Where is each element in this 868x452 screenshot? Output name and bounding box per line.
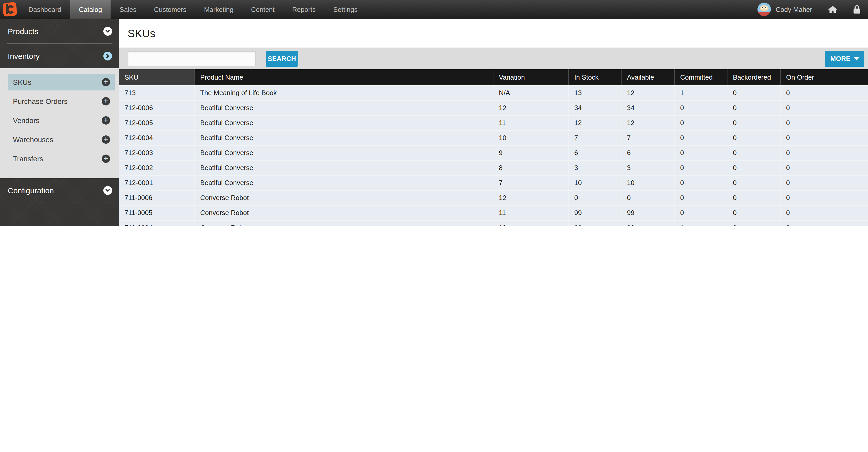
table-row[interactable]: 712-0001Beatiful Converse71010000: [119, 175, 868, 190]
cell-in-stock: 3: [568, 160, 621, 175]
nav-item-sales[interactable]: Sales: [111, 0, 145, 19]
home-icon[interactable]: [828, 5, 837, 13]
nav-item-content[interactable]: Content: [242, 0, 283, 19]
cell-in-stock: 0: [568, 190, 621, 205]
sidebar-section-configuration[interactable]: Configuration: [0, 178, 119, 203]
nav-item-dashboard[interactable]: Dashboard: [20, 0, 70, 19]
app-root: DashboardCatalogSalesCustomersMarketingC…: [0, 0, 868, 226]
cell-product-name: Beatiful Converse: [194, 130, 493, 145]
table-row[interactable]: 712-0004Beatiful Converse1077000: [119, 130, 868, 145]
table-row[interactable]: 713The Meaning of Life BookN/A1312100: [119, 85, 868, 100]
nav-right: Cody Maher: [757, 0, 868, 19]
cell-variation: 8: [493, 160, 568, 175]
cell-available: 7: [621, 130, 674, 145]
cell-sku: 712-0001: [119, 175, 194, 190]
cell-variation: 12: [493, 100, 568, 115]
column-header-available[interactable]: Available: [621, 69, 674, 85]
more-button-label: MORE: [830, 55, 850, 63]
cell-committed: 0: [674, 100, 727, 115]
caret-down-icon: [854, 57, 859, 60]
nav-item-catalog[interactable]: Catalog: [70, 0, 111, 19]
sidebar-item-label: Vendors: [13, 116, 39, 125]
column-header-on-order[interactable]: On Order: [780, 69, 868, 85]
cell-in-stock: 13: [568, 85, 621, 100]
sidebar-item-skus[interactable]: SKUs+: [8, 74, 115, 90]
nav-item-reports[interactable]: Reports: [283, 0, 324, 19]
plus-icon[interactable]: +: [102, 116, 110, 125]
cell-backordered: 0: [727, 190, 780, 205]
column-header-variation[interactable]: Variation: [493, 69, 568, 85]
cell-backordered: 0: [727, 130, 780, 145]
cell-variation: 7: [493, 175, 568, 190]
cell-available: 6: [621, 145, 674, 160]
sidebar-item-vendors[interactable]: Vendors+: [8, 112, 115, 129]
avatar[interactable]: [757, 3, 771, 16]
plus-icon[interactable]: +: [102, 78, 110, 86]
sidebar-section-inventory[interactable]: Inventory: [0, 44, 119, 68]
search-button[interactable]: SEARCH: [266, 51, 298, 66]
cell-in-stock: 34: [568, 100, 621, 115]
table-row[interactable]: 711-0005Converse Robot119999000: [119, 205, 868, 220]
table-row[interactable]: 712-0002Beatiful Converse833000: [119, 160, 868, 175]
sidebar-inventory-items: SKUs+Purchase Orders+Vendors+Warehouses+…: [0, 68, 119, 178]
column-header-product-name[interactable]: Product Name: [194, 69, 493, 85]
cell-product-name: Beatiful Converse: [194, 100, 493, 115]
search-input[interactable]: [128, 51, 256, 66]
cell-in-stock: 12: [568, 115, 621, 130]
page-title: SKUs: [128, 27, 155, 39]
plus-icon[interactable]: +: [102, 97, 110, 106]
brand-logo[interactable]: [0, 0, 20, 19]
cell-available: 12: [621, 85, 674, 100]
cell-backordered: 0: [727, 145, 780, 160]
cell-sku: 713: [119, 85, 194, 100]
filter-band: SEARCH MORE: [119, 48, 868, 69]
sidebar-item-purchase-orders[interactable]: Purchase Orders+: [8, 93, 115, 110]
cell-product-name: The Meaning of Life Book: [194, 85, 493, 100]
column-header-in-stock[interactable]: In Stock: [568, 69, 621, 85]
cell-on-order: 0: [780, 160, 868, 175]
nav-item-settings[interactable]: Settings: [324, 0, 366, 19]
cell-committed: 0: [674, 190, 727, 205]
cell-committed: 0: [674, 160, 727, 175]
title-band: SKUs: [119, 19, 868, 48]
plus-icon[interactable]: +: [102, 135, 110, 144]
cell-sku: 711-0004: [119, 220, 194, 226]
sidebar-section-label: Products: [8, 27, 38, 36]
sidebar-item-label: Purchase Orders: [13, 97, 68, 106]
cell-backordered: 0: [727, 85, 780, 100]
cell-variation: 10: [493, 130, 568, 145]
user-name[interactable]: Cody Maher: [776, 5, 812, 13]
column-header-committed[interactable]: Committed: [674, 69, 727, 85]
cell-variation: 10: [493, 220, 568, 226]
chevron-down-icon: [103, 27, 112, 36]
nav-item-marketing[interactable]: Marketing: [195, 0, 242, 19]
sidebar-section-products[interactable]: Products: [0, 19, 119, 43]
table-row[interactable]: 712-0005Beatiful Converse111212000: [119, 115, 868, 130]
table-row[interactable]: 711-0004Converse Robot109998100: [119, 220, 868, 226]
cell-backordered: 0: [727, 175, 780, 190]
more-button[interactable]: MORE: [825, 51, 864, 67]
sidebar-item-transfers[interactable]: Transfers+: [8, 150, 115, 167]
plus-icon[interactable]: +: [102, 155, 110, 163]
column-header-sku[interactable]: SKU: [119, 69, 194, 85]
nav-item-customers[interactable]: Customers: [145, 0, 195, 19]
cell-in-stock: 99: [568, 220, 621, 226]
cell-on-order: 0: [780, 190, 868, 205]
cell-product-name: Converse Robot: [194, 190, 493, 205]
column-header-backordered[interactable]: Backordered: [727, 69, 780, 85]
table-row[interactable]: 712-0003Beatiful Converse966000: [119, 145, 868, 160]
table-row[interactable]: 712-0006Beatiful Converse123434000: [119, 100, 868, 115]
table-row[interactable]: 711-0006Converse Robot1200000: [119, 190, 868, 205]
cell-product-name: Beatiful Converse: [194, 160, 493, 175]
sidebar: Products Inventory SKUs+Purchase Orders+…: [0, 19, 119, 226]
cell-product-name: Converse Robot: [194, 220, 493, 226]
lock-icon[interactable]: [853, 5, 861, 14]
cell-committed: 0: [674, 130, 727, 145]
cell-in-stock: 6: [568, 145, 621, 160]
chevron-down-icon: [103, 186, 112, 195]
top-nav: DashboardCatalogSalesCustomersMarketingC…: [0, 0, 868, 19]
cell-available: 98: [621, 220, 674, 226]
cell-variation: 11: [493, 205, 568, 220]
sidebar-item-warehouses[interactable]: Warehouses+: [8, 131, 115, 148]
main-content: SKUs SEARCH MORE SKUProduct NameVariatio…: [119, 19, 868, 226]
